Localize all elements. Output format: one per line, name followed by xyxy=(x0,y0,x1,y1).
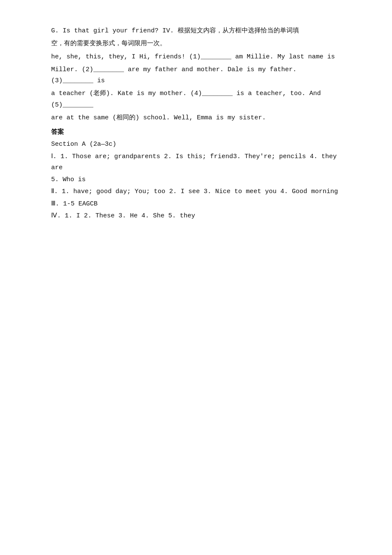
answer-label: 答案 xyxy=(51,127,341,138)
section-a-header: Section A (2a—3c) xyxy=(51,139,341,150)
section-i-line2: 5. Who is xyxy=(51,174,341,185)
section-iii-line1: Ⅲ. 1-5 EAGCB xyxy=(51,199,341,210)
question-line-4: Miller. (2)________ are my father and mo… xyxy=(51,64,341,87)
section-iv-line1: Ⅳ. 1. I 2. These 3. He 4. She 5. they xyxy=(51,211,341,222)
section-i-label: Ⅰ. xyxy=(51,153,57,160)
question-line-3: he, she, this, they, I Hi, friends! (1)_… xyxy=(51,52,341,63)
section-ii-line1: Ⅱ. 1. have; good day; You; too 2. I see … xyxy=(51,186,341,197)
section-iv-content-1: 1. I 2. These 3. He 4. She 5. they xyxy=(65,212,195,220)
section-iv-label: Ⅳ. xyxy=(51,212,61,220)
section-ii-label: Ⅱ. xyxy=(51,188,58,195)
question-line-5: a teacher (老师). Kate is my mother. (4)__… xyxy=(51,88,341,111)
question-line-6: are at the same (相同的) school. Well, Emma… xyxy=(51,113,341,124)
section-ii-content-1: 1. have; good day; You; too 2. I see 3. … xyxy=(62,188,338,195)
question-line-1: G. Is that girl your friend? IV. 根据短文内容，… xyxy=(51,26,341,37)
section-iii-label: Ⅲ. xyxy=(51,200,59,208)
section-i-content-1: 1. Those are; grandparents 2. Is this; f… xyxy=(51,153,337,171)
question-line-2: 空，有的需要变换形式，每词限用一次。 xyxy=(51,38,341,49)
section-iii-content-1: 1-5 EAGCB xyxy=(63,200,98,208)
main-content: G. Is that girl your friend? IV. 根据短文内容，… xyxy=(51,26,341,222)
section-i-line1: Ⅰ. 1. Those are; grandparents 2. Is this… xyxy=(51,151,341,174)
